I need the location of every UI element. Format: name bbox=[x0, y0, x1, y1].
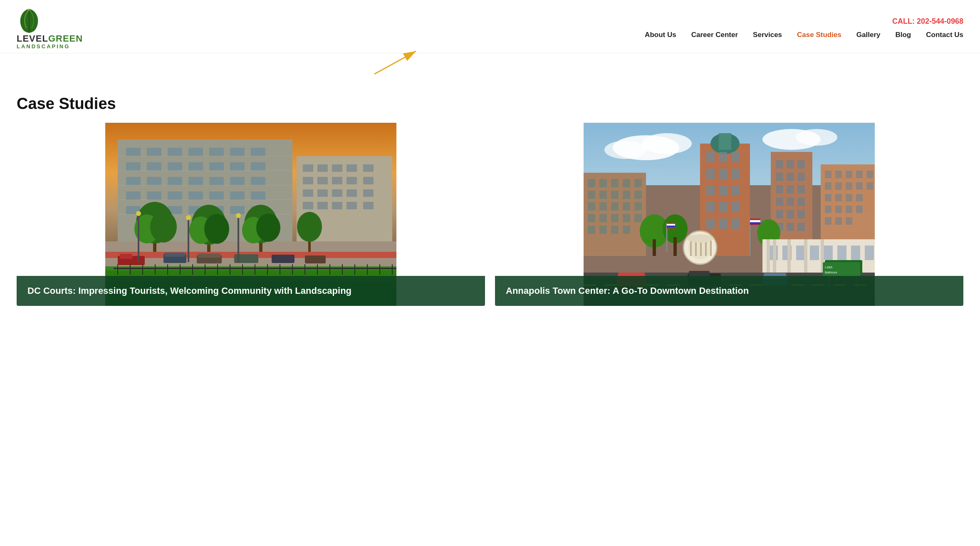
svg-rect-26 bbox=[230, 177, 245, 185]
svg-rect-260 bbox=[750, 220, 760, 222]
logo[interactable]: LEVELGREEN LANDSCAPING bbox=[17, 7, 83, 50]
svg-point-83 bbox=[297, 212, 322, 242]
svg-rect-165 bbox=[797, 210, 805, 218]
svg-rect-171 bbox=[835, 171, 842, 178]
svg-rect-18 bbox=[209, 162, 224, 171]
svg-rect-253 bbox=[823, 262, 860, 277]
svg-rect-59 bbox=[317, 189, 328, 197]
svg-rect-179 bbox=[866, 182, 873, 190]
svg-rect-11 bbox=[209, 148, 224, 156]
nav-blog[interactable]: Blog bbox=[895, 31, 911, 39]
svg-rect-170 bbox=[825, 171, 832, 178]
svg-rect-186 bbox=[846, 206, 852, 213]
svg-rect-33 bbox=[230, 191, 245, 200]
svg-rect-32 bbox=[209, 191, 224, 200]
svg-rect-173 bbox=[856, 171, 863, 178]
svg-rect-55 bbox=[332, 177, 342, 184]
svg-rect-193 bbox=[599, 179, 607, 187]
svg-rect-7 bbox=[126, 148, 141, 156]
svg-rect-147 bbox=[706, 218, 715, 229]
svg-rect-229 bbox=[851, 246, 860, 260]
svg-rect-160 bbox=[776, 198, 783, 206]
nav-gallery[interactable]: Gallery bbox=[856, 31, 881, 39]
svg-rect-20 bbox=[251, 162, 265, 171]
svg-rect-48 bbox=[303, 164, 313, 172]
svg-rect-23 bbox=[168, 177, 182, 185]
svg-rect-25 bbox=[209, 177, 224, 185]
svg-rect-144 bbox=[706, 202, 715, 212]
svg-rect-66 bbox=[346, 202, 357, 209]
svg-rect-141 bbox=[706, 185, 715, 196]
svg-rect-167 bbox=[787, 223, 794, 231]
svg-point-243 bbox=[687, 234, 713, 243]
svg-rect-67 bbox=[363, 202, 374, 209]
svg-rect-152 bbox=[787, 160, 794, 169]
svg-rect-206 bbox=[634, 202, 642, 211]
svg-rect-219 bbox=[673, 237, 677, 256]
svg-point-94 bbox=[136, 211, 141, 216]
nav-career-center[interactable]: Career Center bbox=[691, 31, 738, 39]
svg-rect-155 bbox=[787, 173, 794, 181]
svg-rect-203 bbox=[599, 202, 607, 211]
svg-rect-24 bbox=[188, 177, 203, 185]
svg-point-81 bbox=[256, 213, 280, 242]
svg-rect-188 bbox=[825, 217, 832, 225]
svg-rect-208 bbox=[599, 214, 607, 222]
svg-rect-162 bbox=[797, 198, 805, 206]
svg-rect-156 bbox=[797, 173, 805, 181]
card-annapolis-caption: Annapolis Town Center: A Go-To Downtown … bbox=[495, 276, 963, 306]
phone-number[interactable]: CALL: 202-544-0968 bbox=[892, 17, 963, 26]
svg-rect-185 bbox=[835, 206, 842, 213]
logo-level-text: LEVEL bbox=[17, 33, 48, 44]
svg-rect-13 bbox=[251, 148, 265, 156]
svg-rect-199 bbox=[611, 191, 619, 199]
svg-rect-30 bbox=[168, 191, 182, 200]
svg-point-98 bbox=[236, 213, 241, 218]
card-annapolis[interactable]: I-695 Baltimore Annapolis Town Center: A… bbox=[495, 123, 963, 306]
svg-rect-207 bbox=[588, 214, 595, 222]
svg-rect-134 bbox=[719, 133, 731, 150]
svg-rect-8 bbox=[147, 148, 161, 156]
svg-rect-27 bbox=[251, 177, 265, 185]
svg-rect-29 bbox=[147, 191, 161, 200]
nav-about-us[interactable]: About Us bbox=[645, 31, 676, 39]
logo-green-text: GREEN bbox=[48, 33, 83, 44]
svg-rect-212 bbox=[588, 226, 595, 234]
svg-rect-178 bbox=[856, 182, 863, 190]
svg-rect-51 bbox=[346, 164, 357, 172]
svg-rect-182 bbox=[846, 194, 852, 201]
svg-rect-148 bbox=[719, 218, 727, 229]
svg-rect-56 bbox=[346, 177, 357, 184]
svg-text:Baltimore: Baltimore bbox=[825, 271, 837, 274]
card-dc-courts[interactable]: DC Courts: Impressing Tourists, Welcomin… bbox=[17, 123, 485, 306]
svg-rect-230 bbox=[865, 246, 874, 260]
svg-rect-143 bbox=[731, 185, 740, 196]
svg-rect-163 bbox=[776, 210, 783, 218]
svg-rect-177 bbox=[846, 182, 852, 190]
svg-rect-14 bbox=[126, 162, 141, 171]
svg-rect-54 bbox=[317, 177, 328, 184]
svg-rect-21 bbox=[126, 177, 141, 185]
svg-point-77 bbox=[204, 214, 229, 244]
svg-rect-205 bbox=[623, 202, 630, 211]
svg-rect-149 bbox=[731, 218, 740, 229]
svg-rect-264 bbox=[667, 224, 675, 226]
nav-contact-us[interactable]: Contact Us bbox=[926, 31, 963, 39]
nav-services[interactable]: Services bbox=[753, 31, 782, 39]
card-annapolis-title: Annapolis Town Center: A Go-To Downtown … bbox=[506, 285, 953, 297]
main-content: Case Studies bbox=[0, 82, 980, 323]
svg-rect-10 bbox=[188, 148, 203, 156]
svg-rect-135 bbox=[706, 152, 715, 162]
svg-rect-228 bbox=[837, 246, 846, 260]
svg-rect-92 bbox=[120, 254, 132, 259]
site-header: LEVELGREEN LANDSCAPING CALL: 202-544-096… bbox=[0, 0, 980, 53]
header-right: CALL: 202-544-0968 About Us Career Cente… bbox=[645, 17, 963, 39]
svg-point-130 bbox=[796, 129, 837, 146]
nav-case-studies[interactable]: Case Studies bbox=[797, 31, 841, 39]
svg-text:I-695: I-695 bbox=[825, 266, 833, 269]
card-dc-courts-caption: DC Courts: Impressing Tourists, Welcomin… bbox=[17, 276, 485, 306]
svg-rect-159 bbox=[797, 185, 805, 194]
svg-rect-15 bbox=[147, 162, 161, 171]
arrow-svg bbox=[341, 45, 466, 78]
svg-rect-151 bbox=[776, 160, 783, 169]
